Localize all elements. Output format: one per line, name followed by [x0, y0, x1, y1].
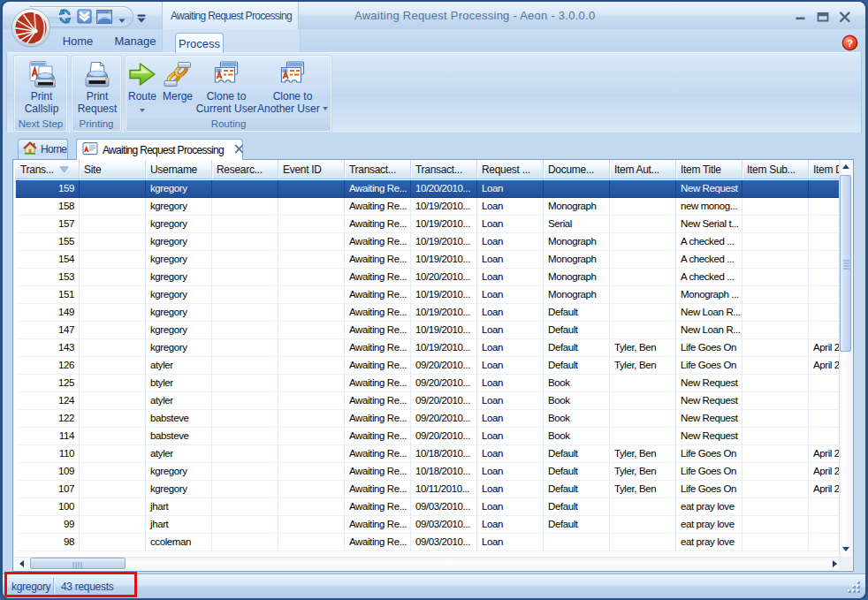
cell[interactable]: [278, 463, 345, 481]
cell[interactable]: [809, 498, 841, 516]
cell[interactable]: [742, 339, 809, 357]
cell[interactable]: kgregory: [146, 481, 212, 498]
cell[interactable]: [80, 269, 146, 286]
cell[interactable]: [610, 180, 676, 198]
cell[interactable]: Loan: [477, 357, 544, 375]
cell[interactable]: Tyler, Ben: [610, 445, 676, 463]
cell[interactable]: [610, 304, 676, 322]
horizontal-scroll-thumb[interactable]: [30, 558, 126, 569]
cell[interactable]: [278, 445, 345, 463]
cell[interactable]: [278, 304, 345, 322]
cell[interactable]: [544, 180, 610, 198]
cell[interactable]: eat pray love: [676, 498, 742, 516]
cell[interactable]: 109: [16, 463, 80, 481]
cell[interactable]: [80, 216, 146, 233]
column-header-item-title[interactable]: Item Title: [676, 160, 742, 179]
cell[interactable]: Life Goes On: [676, 463, 742, 481]
cell[interactable]: 158: [16, 198, 80, 216]
cell[interactable]: [742, 481, 809, 498]
cell[interactable]: Loan: [477, 322, 544, 339]
cell[interactable]: [809, 375, 841, 392]
cell[interactable]: New Loan R...: [676, 304, 742, 322]
cell[interactable]: [80, 498, 146, 516]
cell[interactable]: 09/20/2010...: [411, 392, 477, 410]
cell[interactable]: [610, 322, 676, 339]
cell[interactable]: [610, 216, 676, 233]
scroll-down-button[interactable]: [840, 542, 852, 556]
cell[interactable]: [809, 269, 841, 286]
cell[interactable]: eat pray love: [676, 516, 742, 534]
cell[interactable]: [610, 498, 676, 516]
column-header-request[interactable]: Request ...: [477, 160, 544, 179]
cell[interactable]: kgregory: [146, 463, 212, 481]
cell[interactable]: kgregory: [146, 339, 212, 357]
cell[interactable]: Default: [544, 498, 610, 516]
cell[interactable]: Monograph: [544, 286, 610, 304]
doc-tab-awaiting-request-processing[interactable]: Awaiting Request Processing: [76, 139, 243, 160]
cell[interactable]: Awaiting Re...: [345, 481, 411, 498]
scroll-left-button[interactable]: [15, 558, 29, 570]
cell[interactable]: Loan: [477, 251, 544, 269]
cell[interactable]: kgregory: [146, 233, 212, 251]
cell[interactable]: [742, 392, 809, 410]
cell[interactable]: [809, 428, 841, 445]
cell[interactable]: [742, 428, 809, 445]
cell[interactable]: 157: [16, 216, 80, 233]
clone-to-another-user-button[interactable]: Clone toAnother User: [258, 57, 327, 119]
cell[interactable]: Awaiting Re...: [345, 251, 411, 269]
cell[interactable]: [80, 534, 146, 551]
cell[interactable]: [212, 216, 278, 233]
cell[interactable]: Awaiting Re...: [345, 375, 411, 392]
cell[interactable]: 10/11/2010...: [411, 481, 477, 498]
cell[interactable]: Life Goes On: [676, 357, 742, 375]
cell[interactable]: 09/03/2010...: [411, 498, 477, 516]
sync-icon[interactable]: [57, 9, 72, 27]
table-row[interactable]: 154kgregoryAwaiting Re...10/19/2010...Lo…: [15, 251, 841, 269]
cell[interactable]: [212, 463, 278, 481]
cell[interactable]: [809, 180, 841, 198]
cell[interactable]: [742, 269, 809, 286]
cell[interactable]: Default: [544, 481, 610, 498]
cell[interactable]: [278, 251, 345, 269]
cell[interactable]: [80, 180, 146, 198]
cell[interactable]: 09/20/2010...: [411, 375, 477, 392]
cell[interactable]: [278, 286, 345, 304]
cell[interactable]: [212, 269, 278, 286]
cell[interactable]: Monograph: [544, 269, 610, 286]
cell[interactable]: [212, 339, 278, 357]
table-row[interactable]: 114babsteveAwaiting Re...09/20/2010...Lo…: [15, 428, 841, 445]
cell[interactable]: Awaiting Re...: [345, 428, 411, 445]
cell[interactable]: [278, 516, 345, 534]
cell[interactable]: Loan: [477, 445, 544, 463]
cell[interactable]: [212, 233, 278, 251]
cell[interactable]: 10/19/2010...: [411, 251, 477, 269]
minimize-button[interactable]: [794, 10, 808, 24]
cell[interactable]: [212, 392, 278, 410]
cell[interactable]: 100: [16, 498, 80, 516]
cell[interactable]: kgregory: [146, 304, 212, 322]
cell[interactable]: Life Goes On: [676, 445, 742, 463]
cell[interactable]: Tyler, Ben: [610, 339, 676, 357]
cell[interactable]: Default: [544, 322, 610, 339]
cell[interactable]: [278, 498, 345, 516]
cell[interactable]: Loan: [477, 428, 544, 445]
cell[interactable]: btyler: [146, 375, 212, 392]
cell[interactable]: [809, 534, 841, 551]
cell[interactable]: 10/18/2010...: [411, 445, 477, 463]
cell[interactable]: 10/19/2010...: [411, 339, 477, 357]
column-header-trans[interactable]: Trans...: [16, 160, 80, 179]
column-header-item-aut[interactable]: Item Aut...: [610, 160, 676, 179]
cell[interactable]: Awaiting Re...: [345, 357, 411, 375]
cell[interactable]: 10/20/2010...: [411, 269, 477, 286]
cell[interactable]: New Serial t...: [676, 216, 742, 233]
cell[interactable]: Default: [544, 357, 610, 375]
cell[interactable]: [212, 481, 278, 498]
table-row[interactable]: 153kgregoryAwaiting Re...10/20/2010...Lo…: [15, 269, 841, 286]
cell[interactable]: April 2: [809, 339, 841, 357]
cell[interactable]: Awaiting Re...: [345, 534, 411, 551]
ribbon-tab-process[interactable]: Process: [175, 33, 224, 53]
column-header-site[interactable]: Site: [80, 160, 146, 179]
column-header-transact[interactable]: Transact...: [345, 160, 411, 179]
table-row[interactable]: 126atylerAwaiting Re...09/20/2010...Loan…: [15, 357, 841, 375]
cell[interactable]: [742, 534, 809, 551]
